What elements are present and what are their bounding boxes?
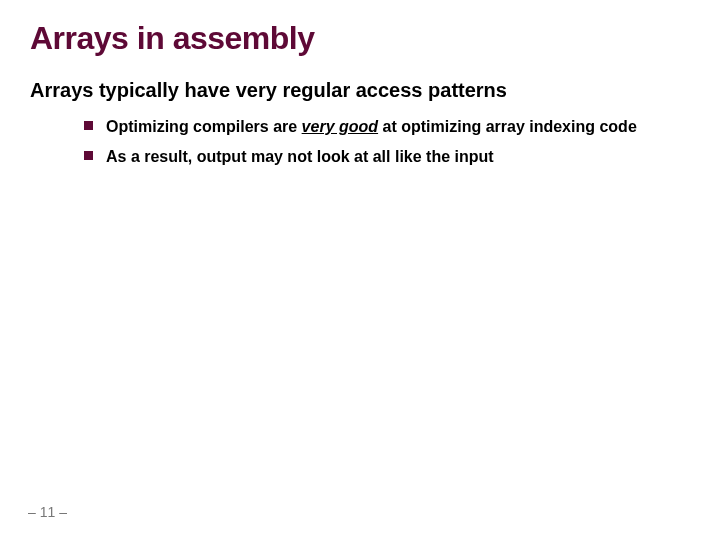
square-bullet-icon (84, 151, 93, 160)
bullet-list: Optimizing compilers are very good at op… (30, 116, 690, 167)
slide-title: Arrays in assembly (30, 20, 690, 57)
list-item: As a result, output may not look at all … (84, 146, 690, 168)
bullet-text-pre: As a result, output may not look at all … (106, 148, 494, 165)
bullet-text-post: at optimizing array indexing code (378, 118, 637, 135)
page-number: – 11 – (28, 504, 67, 520)
bullet-text-pre: Optimizing compilers are (106, 118, 302, 135)
list-item: Optimizing compilers are very good at op… (84, 116, 690, 138)
slide-subhead: Arrays typically have very regular acces… (30, 79, 690, 102)
bullet-text-emph: very good (302, 118, 378, 135)
square-bullet-icon (84, 121, 93, 130)
slide: Arrays in assembly Arrays typically have… (0, 0, 720, 540)
